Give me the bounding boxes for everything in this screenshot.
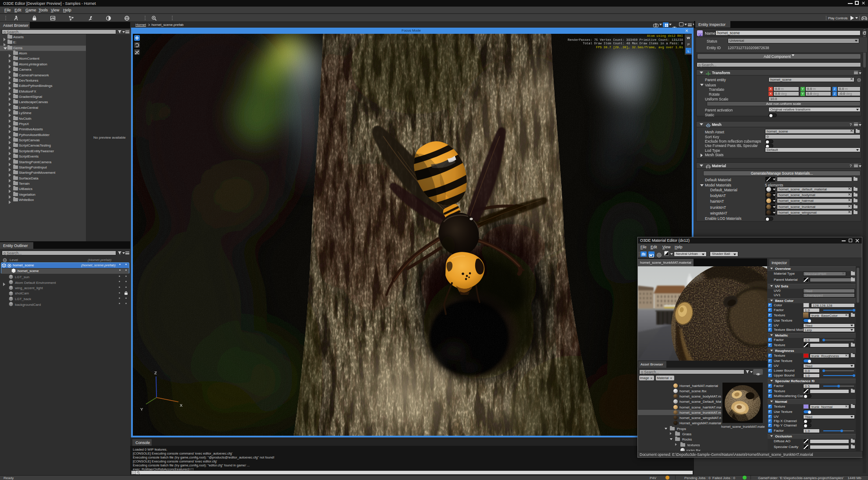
svg-text:L: L: [688, 49, 690, 53]
svg-text:X: X: [180, 403, 183, 408]
svg-text:P: P: [687, 43, 690, 47]
svg-text:Y: Y: [140, 407, 143, 412]
svg-text:Z: Z: [154, 370, 157, 375]
svg-text:RenderPasses: 75 Vertex Count:: RenderPasses: 75 Vertex Count: 393460 Pr…: [568, 38, 683, 42]
svg-text:FPS 30.7 [29..30], 32.5ms/fram: FPS 30.7 [29..30], 32.5ms/frame, avg ove…: [596, 46, 683, 49]
svg-text:W: W: [687, 36, 690, 40]
svg-text:Total Draw Item Count: 48 Max: Total Draw Item Count: 48 Max Draw Items…: [583, 42, 683, 45]
svg-text:Atom using dx12 RHI: Atom using dx12 RHI: [647, 34, 683, 38]
